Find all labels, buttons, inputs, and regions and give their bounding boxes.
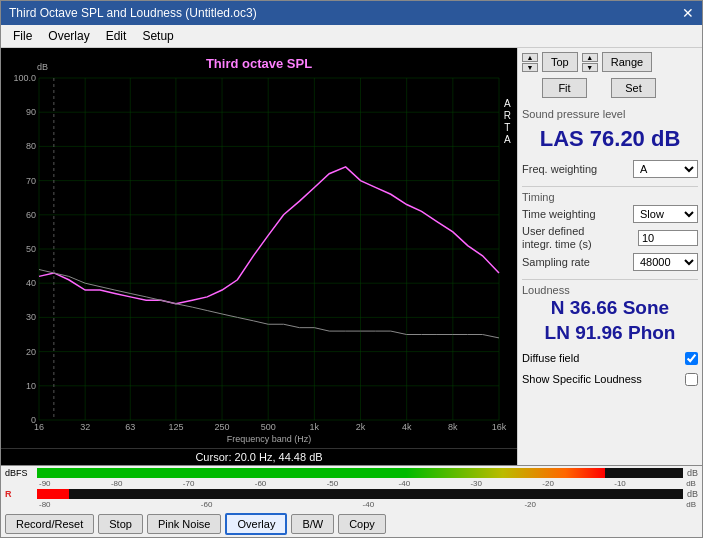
copy-button[interactable]: Copy [338,514,386,534]
db-unit-l: dB [687,468,698,478]
menu-overlay[interactable]: Overlay [40,27,97,45]
fit-button[interactable]: Fit [542,78,587,98]
sampling-rate-label: Sampling rate [522,256,590,268]
level-meter-l-row: dBFS dB [5,468,698,478]
timing-section: Timing Time weighting Slow Fast Impulse … [522,186,698,273]
level-meter-area: dBFS dB -90 -80 -70 -60 -50 -40 -30 -20 [1,466,702,511]
show-specific-loudness-row: Show Specific Loudness [522,373,698,386]
range-up-button[interactable]: ▲ [582,53,598,62]
window-title: Third Octave SPL and Loudness (Untitled.… [9,6,257,20]
freq-weighting-row: Freq. weighting A B C Z [522,160,698,178]
pink-noise-button[interactable]: Pink Noise [147,514,222,534]
menu-edit[interactable]: Edit [98,27,135,45]
r-label: R [5,489,33,499]
buttons-row: Record/Reset Stop Pink Noise Overlay B/W… [1,511,702,537]
stop-button[interactable]: Stop [98,514,143,534]
time-weighting-select[interactable]: Slow Fast Impulse User def. [633,205,698,223]
side-panel: ▲ ▼ Top ▲ ▼ Range Fit Set Sound pressure… [517,48,702,465]
r-meter-fill [37,489,69,499]
r-meter-bar [37,489,683,499]
r-tick-label-strip: -80 -60 -40 -20 dB [37,500,698,509]
spl-value: LAS 76.20 dB [522,126,698,152]
diffuse-field-checkbox[interactable] [685,352,698,365]
db-unit-r: dB [687,489,698,499]
tick-labels-row: -90 -80 -70 -60 -50 -40 -30 -20 -10 dB [5,479,698,488]
range-spinner: ▲ ▼ [582,53,598,72]
level-meter-r-row: R dB [5,489,698,499]
time-weighting-row: Time weighting Slow Fast Impulse User de… [522,205,698,223]
set-button[interactable]: Set [611,78,656,98]
sampling-rate-row: Sampling rate 44100 48000 96000 [522,253,698,271]
sampling-rate-select[interactable]: 44100 48000 96000 [633,253,698,271]
overlay-button[interactable]: Overlay [225,513,287,535]
freq-weighting-label: Freq. weighting [522,163,597,175]
freq-weighting-select[interactable]: A B C Z [633,160,698,178]
title-bar: Third Octave SPL and Loudness (Untitled.… [1,1,702,25]
top-spinner: ▲ ▼ [522,53,538,72]
r-tick-labels-row: -80 -60 -40 -20 dB [5,500,698,509]
l-meter-fill [37,468,605,478]
chart-container: Third octave SPL ARTA [1,48,517,448]
spl-section-label: Sound pressure level [522,108,698,120]
cursor-info: Cursor: 20.0 Hz, 44.48 dB [1,448,517,465]
loudness-label: Loudness [522,284,698,296]
show-specific-loudness-checkbox[interactable] [685,373,698,386]
diffuse-field-row: Diffuse field [522,352,698,365]
show-specific-loudness-label: Show Specific Loudness [522,373,642,385]
tick-label-strip: -90 -80 -70 -60 -50 -40 -30 -20 -10 dB [37,479,698,488]
diffuse-field-label: Diffuse field [522,352,579,364]
top-down-button[interactable]: ▼ [522,63,538,72]
top-up-button[interactable]: ▲ [522,53,538,62]
range-down-button[interactable]: ▼ [582,63,598,72]
fit-set-controls: Fit Set [522,78,698,98]
loudness-section: Loudness N 36.66 Sone LN 91.96 Phon [522,279,698,345]
bottom-bar: dBFS dB -90 -80 -70 -60 -50 -40 -30 -20 [1,465,702,537]
close-button[interactable]: ✕ [682,5,694,21]
menu-setup[interactable]: Setup [134,27,181,45]
top-label: Top [542,52,578,72]
record-reset-button[interactable]: Record/Reset [5,514,94,534]
bw-button[interactable]: B/W [291,514,334,534]
chart-title: Third octave SPL [206,56,312,71]
menu-file[interactable]: File [5,27,40,45]
user-defined-input[interactable] [638,230,698,246]
user-defined-row: User defined integr. time (s) [522,225,698,251]
arta-label: ARTA [504,98,511,146]
user-defined-label: User defined integr. time (s) [522,225,612,251]
main-window: Third Octave SPL and Loudness (Untitled.… [0,0,703,538]
chart-area: Third octave SPL ARTA Cursor: 20.0 Hz, 4… [1,48,517,465]
menu-bar: File Overlay Edit Setup [1,25,702,48]
top-range-controls: ▲ ▼ Top ▲ ▼ Range [522,52,698,72]
main-content: Third octave SPL ARTA Cursor: 20.0 Hz, 4… [1,48,702,465]
loudness-n-value: N 36.66 Sone LN 91.96 Phon [522,296,698,345]
l-meter-bar [37,468,683,478]
timing-label: Timing [522,191,698,203]
chart-canvas [1,48,517,448]
time-weighting-label: Time weighting [522,208,596,220]
range-label: Range [602,52,652,72]
dbfs-label: dBFS [5,468,33,478]
